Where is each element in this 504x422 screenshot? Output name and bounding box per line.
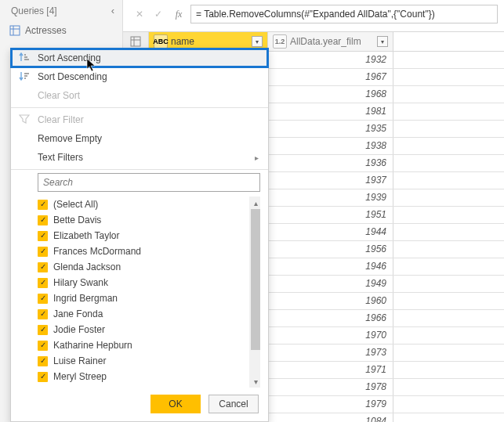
checkbox-checked-icon[interactable]: ✓ [38, 325, 48, 335]
filter-value-label: Meryl Streep [53, 371, 107, 382]
filter-value-item[interactable]: ✓Glenda Jackson [38, 259, 260, 275]
menu-label: Clear Sort [38, 90, 80, 101]
filter-value-item[interactable]: ✓Luise Rainer [38, 353, 260, 369]
filter-value-label: Luise Rainer [53, 355, 106, 366]
year-cell: 1968 [268, 86, 393, 103]
text-type-icon: ABC [154, 34, 168, 49]
query-item-actresses[interactable]: Actresses [0, 21, 122, 40]
query-item-label: Actresses [25, 25, 67, 36]
scroll-thumb[interactable] [251, 209, 260, 350]
filter-value-item[interactable]: ✓Elizabeth Taylor [38, 228, 260, 243]
filter-value-item[interactable]: ✓Katharine Hepburn [38, 337, 260, 353]
ok-button[interactable]: OK [150, 395, 201, 413]
filter-values-list: ✓(Select All)✓Bette Davis✓Elizabeth Tayl… [38, 197, 260, 388]
year-cell: 1970 [268, 327, 393, 344]
year-cell: 1949 [268, 276, 393, 292]
checkbox-checked-icon[interactable]: ✓ [38, 309, 48, 319]
filter-search-input[interactable] [38, 173, 260, 192]
checkbox-checked-icon[interactable]: ✓ [38, 262, 48, 272]
scroll-down-icon[interactable]: ▾ [249, 375, 260, 388]
year-cell: 1979 [268, 396, 393, 413]
filter-value-item[interactable]: ✓Jane Fonda [38, 306, 260, 322]
filter-value-label: Hilary Swank [53, 277, 108, 288]
fx-icon[interactable]: fx [169, 5, 189, 23]
filter-value-item[interactable]: ✓Meryl Streep [38, 369, 260, 384]
checkbox-checked-icon[interactable]: ✓ [38, 200, 48, 210]
table-icon [130, 36, 141, 47]
table-icon [9, 25, 20, 36]
year-cell: 1935 [268, 121, 393, 137]
menu-label: Text Filters [38, 152, 83, 163]
sort-asc-icon [19, 52, 30, 65]
clear-filter-icon [19, 114, 30, 127]
checkbox-checked-icon[interactable]: ✓ [38, 247, 48, 257]
filter-value-item[interactable]: ✓Frances McDormand [38, 243, 260, 259]
menu-label: Clear Filter [38, 114, 84, 125]
queries-header: Queries [4] ‹ [0, 0, 122, 21]
menu-separator [11, 169, 268, 170]
filter-value-label: (Select All) [53, 199, 98, 210]
filter-value-label: Frances McDormand [53, 246, 141, 257]
year-cell: 1932 [268, 52, 393, 68]
menu-clear-filter: Clear Filter [11, 110, 268, 129]
sort-desc-icon [19, 70, 30, 84]
number-type-icon: 1.2 [273, 34, 287, 49]
year-cell: 1944 [268, 224, 393, 240]
menu-text-filters[interactable]: Text Filters [11, 148, 268, 167]
checkbox-checked-icon[interactable]: ✓ [38, 294, 48, 304]
filter-value-label: Katharine Hepburn [53, 340, 132, 351]
checkbox-checked-icon[interactable]: ✓ [38, 278, 48, 288]
year-cell: 1938 [268, 138, 393, 154]
checkbox-checked-icon[interactable]: ✓ [38, 356, 48, 366]
year-cell: 1946 [268, 258, 393, 275]
year-cell: 1981 [268, 103, 393, 120]
year-cell: 1966 [268, 310, 393, 326]
column-dropdown-icon[interactable]: ▾ [252, 36, 263, 47]
menu-label: Remove Empty [38, 133, 102, 144]
column-label: AllData.year_film [290, 36, 377, 47]
cancel-button[interactable]: Cancel [208, 395, 259, 413]
commit-formula-icon[interactable]: ✓ [150, 5, 167, 23]
checkbox-checked-icon[interactable]: ✓ [38, 341, 48, 351]
filter-value-label: Jane Fonda [53, 308, 103, 319]
formula-input[interactable] [190, 5, 498, 23]
year-cell: 1967 [268, 69, 393, 85]
year-cell: 1937 [268, 172, 393, 189]
filter-value-item[interactable]: ✓Bette Davis [38, 212, 260, 228]
filter-list-scrollbar[interactable]: ▴ ▾ [249, 197, 260, 388]
year-cell: 1939 [268, 189, 393, 206]
dialog-buttons: OK Cancel [150, 395, 259, 413]
year-cell: 1960 [268, 293, 393, 309]
menu-sort-ascending[interactable]: Sort Ascending [11, 49, 268, 67]
filter-value-item[interactable]: ✓Ingrid Bergman [38, 290, 260, 306]
menu-sort-descending[interactable]: Sort Descending [11, 67, 268, 86]
svg-rect-3 [131, 37, 140, 46]
year-cell: 1978 [268, 379, 393, 395]
filter-value-item[interactable]: ✓Jodie Foster [38, 322, 260, 337]
column-dropdown-icon[interactable]: ▾ [377, 36, 388, 47]
year-cell: 1971 [268, 362, 393, 378]
checkbox-checked-icon[interactable]: ✓ [38, 372, 48, 382]
filter-value-label: Jodie Foster [53, 324, 105, 335]
filter-value-item[interactable]: ✓Hilary Swank [38, 275, 260, 290]
year-cell: 1973 [268, 344, 393, 361]
checkbox-checked-icon[interactable]: ✓ [38, 231, 48, 241]
menu-clear-sort: Clear Sort [11, 86, 268, 105]
checkbox-checked-icon[interactable]: ✓ [38, 215, 48, 225]
filter-value-item[interactable]: ✓(Select All) [38, 197, 260, 212]
collapse-chevron-icon[interactable]: ‹ [111, 5, 114, 16]
menu-remove-empty[interactable]: Remove Empty [11, 129, 268, 148]
column-header-year[interactable]: 1.2 AllData.year_film ▾ [268, 32, 393, 51]
menu-label: Sort Descending [38, 71, 107, 82]
scroll-up-icon[interactable]: ▴ [249, 197, 260, 209]
filter-value-label: Ingrid Bergman [53, 293, 118, 304]
formula-bar: ✕ ✓ fx [123, 0, 504, 31]
filter-value-label: Bette Davis [53, 215, 101, 225]
year-cell: 1084 [268, 413, 393, 422]
column-label: name [171, 36, 252, 47]
year-cell: 1951 [268, 207, 393, 223]
filter-search [38, 173, 260, 192]
cancel-formula-icon[interactable]: ✕ [131, 5, 148, 23]
column-filter-dropdown: Sort Ascending Sort Descending Clear Sor… [10, 48, 269, 422]
filter-value-label: Glenda Jackson [53, 261, 121, 272]
